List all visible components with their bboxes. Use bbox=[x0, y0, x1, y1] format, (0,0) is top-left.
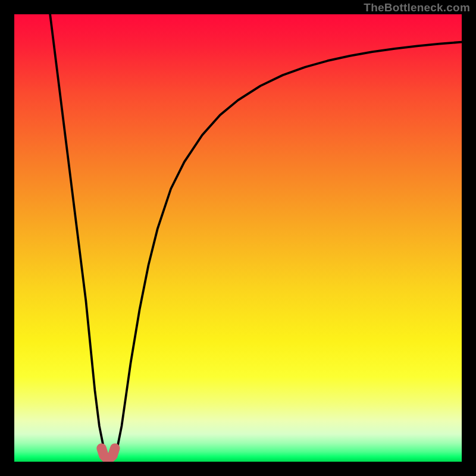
plot-area bbox=[14, 14, 462, 462]
chart-frame: TheBottleneck.com bbox=[0, 0, 476, 476]
bottleneck-curve bbox=[50, 14, 462, 457]
optimal-marker bbox=[102, 448, 115, 458]
watermark-text: TheBottleneck.com bbox=[364, 1, 470, 14]
chart-svg bbox=[14, 14, 462, 462]
